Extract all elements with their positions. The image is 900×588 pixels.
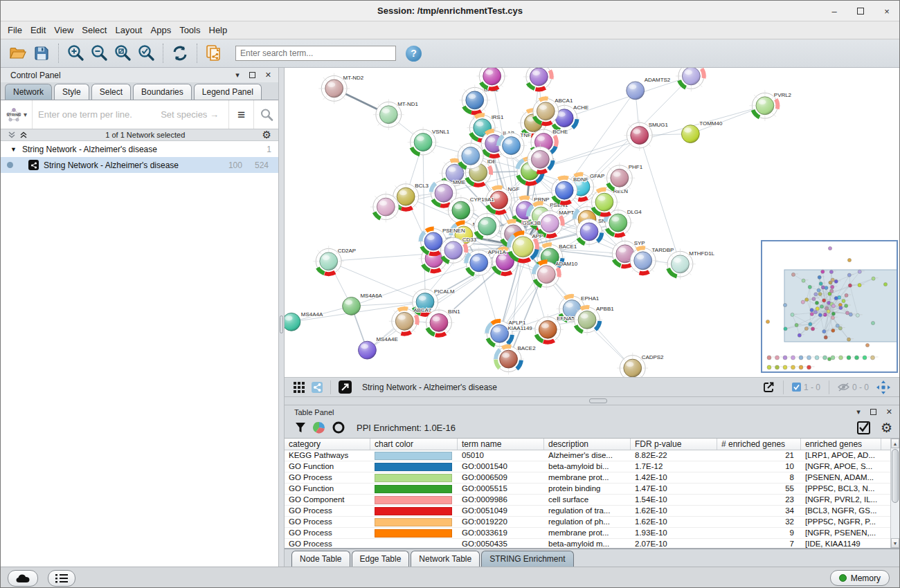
expand-all-icon[interactable] (19, 131, 28, 139)
minimize-button[interactable]: – (829, 6, 840, 17)
filter-button[interactable] (295, 422, 306, 434)
refresh-button[interactable] (170, 43, 190, 64)
cloud-tasks-button[interactable] (8, 570, 38, 587)
column-header-term-name[interactable]: term name (458, 439, 544, 450)
horizontal-splitter[interactable] (285, 397, 899, 405)
open-session-button[interactable] (8, 43, 28, 64)
splitter-grip[interactable] (589, 398, 607, 403)
panel-float-icon[interactable] (870, 409, 876, 415)
set-species-label[interactable]: Set species → (161, 109, 219, 120)
scroll-down-arrow[interactable]: ▼ (891, 538, 899, 548)
network-node-MS4A4A[interactable]: MS4A4A (285, 311, 323, 331)
ring-chart-button[interactable] (332, 421, 345, 434)
grid-view-button[interactable] (294, 382, 305, 393)
network-node[interactable] (471, 211, 503, 242)
menu-item-file[interactable]: File (8, 23, 28, 37)
help-button[interactable]: ? (406, 46, 422, 62)
network-canvas[interactable]: MT-ND2MT-ND1VSNL1GAB2IRS1CHATACHEIL1BTNF… (285, 68, 899, 378)
maximize-button[interactable] (855, 6, 866, 17)
network-node-ABCA7[interactable]: ABCA7 (389, 306, 432, 337)
network-node-MT-ND1[interactable]: MT-ND1 (373, 99, 419, 130)
network-node[interactable] (455, 140, 486, 172)
table-row[interactable]: GO ProcessGO:0050435beta-amyloid m...2.0… (285, 539, 899, 549)
menu-item-tools[interactable]: Tools (179, 23, 206, 37)
network-node[interactable] (370, 192, 402, 223)
network-node-PHF1[interactable]: PHF1 (604, 163, 642, 194)
save-session-button[interactable] (31, 43, 52, 64)
network-node-APLP1[interactable]: APLP1 (484, 318, 526, 349)
birdseye-view[interactable] (761, 240, 898, 373)
column-header-category[interactable]: category (285, 439, 370, 450)
panel-float-icon[interactable] (249, 72, 255, 78)
table-row[interactable]: GO ProcessGO:0051049regulation of tra...… (285, 506, 899, 517)
import-network-button[interactable] (204, 43, 224, 64)
column-header-description[interactable]: description (544, 439, 631, 450)
tab-edge-table[interactable]: Edge Table (352, 551, 410, 567)
menu-item-apps[interactable]: Apps (151, 23, 178, 37)
network-node-MS4A6A[interactable]: MS4A6A (343, 293, 383, 315)
zoom-fit-button[interactable] (112, 43, 133, 64)
network-collection-row[interactable]: ▼ String Network - Alzheimer's disease 1 (1, 141, 278, 157)
tab-legend-panel[interactable]: Legend Panel (194, 84, 262, 100)
vertical-splitter[interactable] (279, 68, 285, 567)
panel-menu-icon[interactable]: ▾ (235, 71, 240, 80)
column-header-enriched-genes[interactable]: enriched genes (801, 439, 881, 450)
menu-item-edit[interactable]: Edit (30, 23, 52, 37)
network-node-VSNL1[interactable]: VSNL1 (408, 127, 450, 158)
network-node[interactable] (476, 68, 507, 91)
tree-caret-icon[interactable]: ▼ (10, 146, 17, 153)
collapse-all-icon[interactable] (8, 131, 17, 139)
string-search-button[interactable] (253, 100, 278, 129)
panel-menu-icon[interactable]: ▾ (856, 407, 861, 416)
scroll-thumb[interactable] (892, 449, 899, 503)
table-row[interactable]: GO ProcessGO:0006509membrane prot...1.42… (285, 472, 899, 484)
tab-network[interactable]: Network (5, 84, 52, 100)
search-input[interactable] (235, 46, 396, 61)
enrichment-table[interactable]: categorychart colorterm namedescriptionF… (285, 438, 899, 549)
navigator-button[interactable] (876, 380, 890, 394)
network-row-selected[interactable]: String Network - Alzheimer's disease 100… (1, 157, 278, 173)
close-button[interactable]: × (881, 6, 892, 17)
open-in-window-button[interactable] (339, 380, 352, 394)
column-header-chart-color[interactable]: chart color (370, 439, 458, 450)
column-header--enriched-genes[interactable]: # enriched genes (717, 439, 801, 450)
menu-item-help[interactable]: Help (209, 23, 234, 37)
network-node-SMUG1[interactable]: SMUG1 (624, 120, 668, 151)
zoom-selected-button[interactable] (136, 43, 156, 64)
network-node[interactable] (676, 68, 707, 91)
network-node-PVRL2[interactable]: PVRL2 (749, 90, 791, 121)
table-row[interactable]: GO ProcessGO:0019220regulation of ph...1… (285, 517, 899, 528)
network-node-MS4A4E[interactable]: MS4A4E (359, 336, 398, 359)
network-node[interactable] (525, 144, 556, 175)
network-node-TOMM40[interactable]: TOMM40 (681, 120, 722, 143)
menu-item-layout[interactable]: Layout (115, 23, 148, 37)
table-row[interactable]: GO ComponentGO:0009986cell surface1.54E-… (285, 495, 899, 506)
network-node-CD2AP[interactable]: CD2AP (313, 246, 356, 277)
zoom-in-button[interactable] (65, 43, 86, 64)
splitter-grip[interactable] (280, 315, 283, 333)
settings-gear-icon[interactable]: ⚙ (881, 420, 892, 435)
network-node-CADPS2[interactable]: CADPS2 (617, 353, 664, 378)
pie-chart-button[interactable] (313, 421, 325, 434)
tab-boundaries[interactable]: Boundaries (133, 84, 192, 100)
string-options-button[interactable]: ≡ (228, 100, 253, 129)
share-view-button[interactable] (312, 382, 323, 393)
table-row[interactable]: GO FunctionGO:0005515protein binding1.47… (285, 484, 899, 495)
table-row[interactable]: KEGG Pathways05010Alzheimer's dise...8.8… (285, 450, 899, 461)
string-source-selector[interactable]: STRING ▾ (1, 100, 33, 129)
menu-item-view[interactable]: View (54, 23, 80, 37)
tab-string-enrichment[interactable]: STRING Enrichment (481, 551, 573, 567)
task-history-button[interactable] (48, 570, 75, 587)
scroll-up-arrow[interactable]: ▲ (891, 439, 899, 448)
panel-close-icon[interactable]: ✕ (265, 71, 271, 80)
table-row[interactable]: GO FunctionGO:0001540beta-amyloid bi...1… (285, 461, 899, 472)
select-all-button[interactable] (857, 421, 870, 434)
tab-node-table[interactable]: Node Table (291, 551, 350, 567)
network-node[interactable] (523, 68, 555, 92)
string-query-input[interactable]: Enter one term per line. (33, 109, 161, 120)
panel-close-icon[interactable]: ✕ (886, 407, 892, 416)
table-row[interactable]: GO ProcessGO:0033619membrane prot...1.93… (285, 528, 899, 539)
zoom-out-button[interactable] (89, 43, 109, 64)
network-node-MTHFD1L[interactable]: MTHFD1L (665, 248, 715, 279)
tab-style[interactable]: Style (54, 84, 89, 100)
